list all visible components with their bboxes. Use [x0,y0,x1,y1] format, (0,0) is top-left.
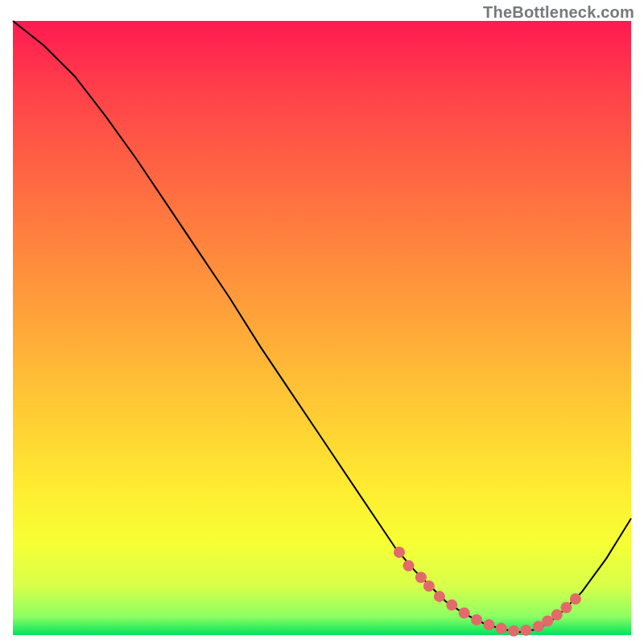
optimal-marker [483,619,494,630]
chart-container: TheBottleneck.com [0,0,644,644]
optimal-marker [403,560,415,572]
optimal-marker [520,625,531,636]
optimal-marker [459,608,470,619]
optimal-marker [508,625,519,637]
optimal-marker [471,614,482,625]
optimal-marker [570,593,581,605]
gradient-background [13,21,631,635]
optimal-marker [560,602,572,613]
optimal-marker [394,547,405,558]
attribution-label: TheBottleneck.com [483,3,634,22]
chart-svg [0,0,644,644]
optimal-marker [446,600,457,611]
optimal-marker [423,580,435,592]
optimal-marker [496,623,507,634]
optimal-marker [415,572,427,583]
optimal-marker [551,609,563,621]
optimal-marker [434,591,445,602]
optimal-marker [542,616,553,627]
